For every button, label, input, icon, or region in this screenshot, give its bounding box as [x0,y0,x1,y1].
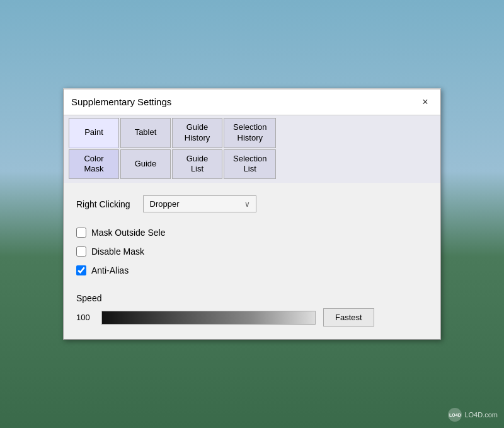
checkbox-anti-alias-input[interactable] [76,265,86,275]
checkboxes-section: Mask Outside Sele Disable Mask Anti-Alia… [76,228,428,275]
dropdown-wrapper: Dropper Menu None [143,195,256,212]
checkbox-mask-outside-label: Mask Outside Sele [91,228,166,238]
speed-section: Speed 100 Fastest [76,293,428,327]
tab-row-2: ColorMask Guide GuideList SelectionList [64,148,440,183]
watermark: LO4D LO4D.com [448,408,498,422]
checkbox-disable-mask-input[interactable] [76,246,86,257]
watermark-logo-text: LO4D [449,413,461,417]
title-bar: Supplementary Settings × [64,90,440,115]
fastest-button[interactable]: Fastest [323,308,374,327]
tab-row-1: Paint Tablet GuideHistory SelectionHisto… [64,115,440,148]
tab-guide-history[interactable]: GuideHistory [172,118,222,148]
close-button[interactable]: × [418,95,433,110]
speed-row: 100 Fastest [76,308,428,327]
right-clicking-label: Right Clicking [76,199,130,209]
tab-paint[interactable]: Paint [69,118,119,148]
watermark-logo: LO4D [448,408,462,422]
content-area: Right Clicking Dropper Menu None Mask Ou… [64,183,440,339]
checkbox-mask-outside[interactable]: Mask Outside Sele [76,228,428,238]
tab-guide-list[interactable]: GuideList [172,149,222,180]
checkbox-disable-mask-label: Disable Mask [91,246,144,257]
checkbox-mask-outside-input[interactable] [76,228,86,238]
tab-tablet[interactable]: Tablet [120,118,171,148]
tab-selection-history[interactable]: SelectionHistory [224,118,276,148]
speed-label: Speed [76,293,428,303]
right-clicking-row: Right Clicking Dropper Menu None [76,195,428,212]
speed-value: 100 [76,313,94,322]
dialog-title: Supplementary Settings [71,96,171,107]
tab-guide[interactable]: Guide [120,149,171,180]
watermark-text: LO4D.com [464,411,498,419]
tab-selection-list[interactable]: SelectionList [224,149,276,180]
speed-slider[interactable] [101,311,316,325]
right-clicking-dropdown[interactable]: Dropper Menu None [143,195,256,212]
checkbox-disable-mask[interactable]: Disable Mask [76,246,428,257]
checkbox-anti-alias-label: Anti-Alias [91,265,129,275]
checkbox-anti-alias[interactable]: Anti-Alias [76,265,428,275]
tab-color-mask[interactable]: ColorMask [69,149,119,180]
